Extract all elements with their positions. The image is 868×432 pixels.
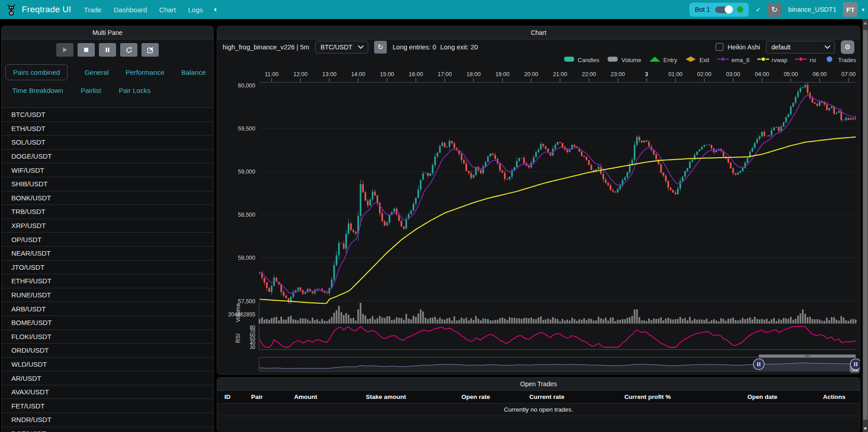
column-pair: Pair	[238, 393, 276, 400]
main-price-chart[interactable]: 60,00059,50059,00058,50058,00057,50011:0…	[217, 26, 860, 374]
svg-text:19:00: 19:00	[495, 71, 509, 78]
pair-row-btc[interactable]: BTC/USDT	[2, 108, 213, 122]
pair-row-arb[interactable]: ARB/USDT	[2, 302, 213, 316]
legend-item-entry[interactable]: Entry	[649, 56, 677, 63]
legend-label: rvwap	[772, 57, 788, 63]
svg-text:204862855: 204862855	[228, 311, 255, 318]
pair-row-near[interactable]: NEAR/USDT	[2, 247, 213, 261]
clear-chart-button[interactable]	[141, 43, 159, 57]
open-trades-title: Open Trades	[520, 380, 557, 388]
pair-row-bonk[interactable]: BONK/USDT	[2, 191, 213, 205]
legend-item-rsi[interactable]: rsi	[795, 56, 816, 63]
chevron-down-icon	[358, 43, 364, 49]
tab-pairs-combined[interactable]: Pairs combined	[5, 64, 68, 80]
tab-performance[interactable]: Performance	[126, 68, 165, 76]
pair-select[interactable]: BTC/USDT	[315, 41, 368, 53]
legend-item-volume[interactable]: Volume	[606, 56, 641, 63]
pair-row-ar[interactable]: AR/USDT	[2, 371, 213, 385]
pair-row-jto[interactable]: JTO/USDT	[2, 261, 213, 275]
navigator-left-handle[interactable]	[753, 359, 764, 370]
column-open-date: Open date	[716, 393, 809, 400]
legend-label: ema_8	[731, 57, 750, 63]
long-entries-label: Long entries: 0	[393, 44, 436, 51]
svg-text:22:00: 22:00	[582, 71, 596, 78]
account-name: binance_USDT1	[788, 6, 836, 13]
legend-label: Trades	[838, 57, 856, 63]
pair-row-rune[interactable]: RUNE/USDT	[2, 288, 213, 302]
page-scrollbar[interactable]	[863, 19, 868, 432]
pair-row-shib[interactable]: SHIB/USDT	[2, 177, 213, 191]
column-current-profit--: Current profit %	[579, 393, 716, 400]
pair-row-wld[interactable]: WLD/USDT	[2, 358, 213, 372]
nav-link-dashboard[interactable]: Dashboard	[114, 6, 147, 14]
pair-row-fet[interactable]: FET/USDT	[2, 399, 213, 413]
tab-balance[interactable]: Balance	[181, 68, 206, 76]
pair-row-wif[interactable]: WIF/USDT	[2, 163, 213, 177]
pair-row-ethfi[interactable]: ETHFI/USDT	[2, 274, 213, 288]
nav-link-trade[interactable]: Trade	[84, 6, 102, 14]
strategy-label: high_frog_binance_v226 | 5m	[223, 44, 309, 51]
volume-marker-icon	[606, 56, 619, 63]
theme-toggle-icon[interactable]: ◐	[214, 5, 218, 14]
entry-marker-icon	[649, 56, 661, 63]
open-trades-empty-message: Currently no open trades.	[217, 403, 860, 416]
pause-button[interactable]	[99, 43, 116, 57]
legend-item-exit[interactable]: Exit	[684, 56, 709, 63]
svg-text:30: 30	[250, 345, 255, 350]
pair-row-dot[interactable]: DOT/USDT	[2, 427, 213, 432]
scrollbar-down-arrow-icon[interactable]	[863, 427, 867, 430]
pair-row-floki[interactable]: FLOKI/USDT	[2, 330, 213, 344]
chevron-down-icon[interactable]: ▾	[862, 7, 864, 13]
navigator-right-handle[interactable]	[850, 359, 860, 370]
svg-text:15:00: 15:00	[380, 71, 394, 78]
bot-toggle[interactable]	[715, 6, 732, 13]
nav-link-logs[interactable]: Logs	[188, 6, 203, 14]
pair-row-eth[interactable]: ETH/USDT	[2, 122, 213, 136]
chart-panel: Chart high_frog_binance_v226 | 5m BTC/US…	[217, 26, 860, 374]
svg-text:RSI: RSI	[235, 334, 241, 343]
tab-pair-locks[interactable]: Pair Locks	[119, 87, 151, 94]
ema_8-marker-icon	[717, 56, 729, 63]
legend-item-rvwap[interactable]: rvwap	[757, 56, 788, 63]
pair-row-ordi[interactable]: ORDI/USDT	[2, 344, 213, 358]
rvwap-marker-icon	[757, 56, 770, 63]
reload-bot-button[interactable]: ↻	[767, 3, 781, 17]
column-current-rate: Current rate	[515, 393, 579, 400]
tab-time-breakdown[interactable]: Time Breakdown	[12, 87, 63, 94]
legend-item-trades[interactable]: Trades	[823, 56, 856, 63]
legend-label: Entry	[663, 57, 677, 63]
heikin-ashi-label: Heikin Ashi	[727, 44, 760, 51]
pair-row-rndr[interactable]: RNDR/USDT	[2, 413, 213, 427]
legend-item-candles[interactable]: Candles	[563, 56, 600, 63]
heikin-ashi-checkbox[interactable]	[716, 43, 723, 51]
scrollbar-thumb[interactable]	[863, 30, 868, 420]
scrollbar-up-arrow-icon[interactable]	[863, 22, 867, 24]
refresh-chart-button[interactable]: ↻	[374, 41, 387, 53]
plot-settings-gear-button[interactable]: ⚙	[841, 40, 854, 54]
play-button[interactable]	[56, 43, 73, 57]
pair-row-avax[interactable]: AVAX/USDT	[2, 385, 213, 399]
pair-row-xrp[interactable]: XRP/USDT	[2, 219, 213, 233]
long-exits-label: Long exit: 20	[440, 44, 478, 51]
svg-text:59,500: 59,500	[238, 126, 255, 132]
trades-marker-icon	[823, 56, 836, 63]
pair-row-sol[interactable]: SOL/USDT	[2, 136, 213, 150]
multi-pane-header: Multi Pane	[2, 26, 213, 39]
pair-row-op[interactable]: OP/USDT	[2, 233, 213, 247]
legend-item-ema_8[interactable]: ema_8	[717, 56, 750, 63]
tab-general[interactable]: General	[84, 68, 108, 76]
pair-row-doge[interactable]: DOGE/USDT	[2, 150, 213, 164]
pair-row-bome[interactable]: BOME/USDT	[2, 316, 213, 330]
plot-config-select[interactable]: default	[766, 41, 835, 53]
pair-row-trb[interactable]: TRB/USDT	[2, 205, 213, 219]
user-avatar[interactable]: FT	[843, 2, 858, 17]
refresh-button[interactable]	[120, 43, 137, 57]
svg-text:21:00: 21:00	[553, 71, 567, 78]
bot-selector[interactable]: Bot 1	[689, 3, 749, 17]
nav-link-chart[interactable]: Chart	[159, 6, 176, 14]
playback-controls	[2, 43, 213, 57]
open-trades-header: Open Trades	[217, 378, 860, 391]
stop-button[interactable]	[78, 43, 95, 57]
svg-text:20:00: 20:00	[524, 71, 538, 78]
tab-pairlist[interactable]: Pairlist	[81, 87, 101, 94]
